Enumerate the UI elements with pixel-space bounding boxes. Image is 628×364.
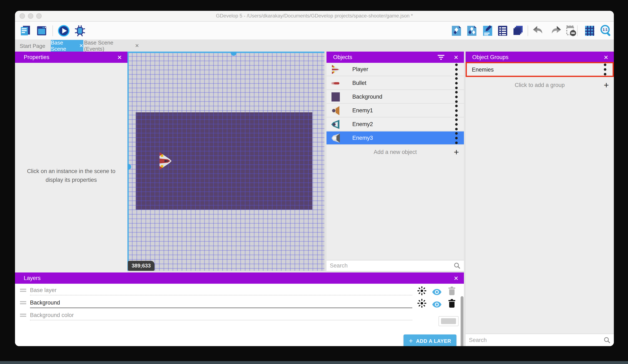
layer-effects-icon[interactable]	[417, 299, 426, 308]
layers-scrollbar[interactable]	[461, 296, 464, 346]
close-panel-icon[interactable]: ✕	[454, 54, 459, 60]
object-menu-icon[interactable]	[455, 90, 458, 103]
delete-layer-icon[interactable]	[447, 286, 457, 295]
add-object-row[interactable]: Add a new object +	[326, 145, 464, 159]
layer-row-base: Base layer	[15, 287, 464, 300]
layer-name-field[interactable]: Base layer	[30, 287, 412, 295]
player-object-icon	[330, 63, 341, 75]
close-panel-icon[interactable]: ✕	[604, 54, 608, 60]
tab-label: Start Page	[20, 43, 45, 49]
add-object-label: Add a new object	[326, 149, 464, 155]
layer-visibility-icon[interactable]	[432, 300, 441, 309]
plus-icon: +	[409, 337, 413, 345]
layer-row-background-color: Background color	[15, 312, 464, 324]
project-manager-icon[interactable]	[19, 25, 32, 37]
panel-title: Object Groups	[472, 54, 508, 60]
drag-handle-icon[interactable]	[20, 314, 26, 317]
object-row-enemy2[interactable]: Enemy2	[326, 118, 464, 131]
toggle-grid-icon[interactable]	[583, 25, 596, 37]
drag-handle-icon[interactable]	[20, 289, 26, 292]
object-groups-panel: Object Groups ✕ Enemies Click to add a g…	[466, 52, 614, 346]
add-group-row[interactable]: Click to add a group +	[466, 78, 614, 92]
cursor-coordinates-badge: 389;633	[128, 261, 155, 271]
add-object-icon[interactable]: +	[454, 147, 459, 156]
close-panel-icon[interactable]: ✕	[454, 275, 459, 281]
delete-layer-icon[interactable]	[447, 299, 457, 308]
layer-effects-icon[interactable]	[417, 286, 426, 295]
object-row-enemy1[interactable]: Enemy1	[326, 104, 464, 117]
object-menu-icon[interactable]	[455, 76, 458, 90]
groups-search	[466, 334, 614, 346]
close-tab-icon[interactable]: ✕	[135, 43, 139, 49]
close-panel-icon[interactable]: ✕	[117, 54, 122, 60]
background-color-label: Background color	[30, 312, 412, 320]
objects-search-input[interactable]	[326, 262, 454, 269]
background-object-icon	[330, 91, 341, 103]
object-row-player[interactable]: Player	[326, 63, 464, 76]
add-group-icon[interactable]: +	[604, 80, 609, 89]
objects-search	[326, 260, 464, 271]
object-menu-icon[interactable]	[455, 104, 458, 117]
toggle-window-mask-icon[interactable]	[565, 25, 577, 37]
selection-left-edge	[127, 52, 129, 271]
canvas-grid	[127, 52, 324, 271]
object-row-enemy3[interactable]: Enemy3	[326, 131, 464, 145]
close-tab-icon[interactable]: ✕	[79, 43, 83, 49]
search-icon	[454, 262, 461, 269]
toolbar-divider	[577, 25, 578, 36]
groups-search-input[interactable]	[466, 337, 603, 343]
undo-icon[interactable]	[531, 25, 544, 37]
object-label: Enemy3	[352, 135, 455, 141]
properties-panel-header: Properties ✕	[15, 52, 127, 63]
object-row-bullet[interactable]: Bullet	[326, 76, 464, 90]
group-row-enemies[interactable]: Enemies	[466, 62, 614, 77]
play-button-icon[interactable]	[58, 25, 70, 37]
add-layer-button[interactable]: + ADD A LAYER	[403, 334, 457, 346]
toolbar-divider	[528, 25, 528, 36]
bullet-object-icon	[330, 77, 341, 89]
object-label: Enemy1	[352, 107, 455, 114]
object-label: Bullet	[352, 80, 455, 86]
layers-panel-header: Layers ✕	[15, 272, 464, 284]
tab-base-scene-events[interactable]: Base Scene (Events) ✕	[84, 40, 139, 52]
background-color-swatch[interactable]	[439, 316, 459, 326]
objects-panel: Objects ✕ Player Bullet Background	[326, 52, 464, 271]
window-title: GDevelop 5 - /Users/dkarakay/Documents/G…	[15, 13, 614, 19]
layer-visibility-icon[interactable]	[432, 288, 441, 297]
scene-editor-icon[interactable]	[35, 25, 48, 37]
drag-handle-icon[interactable]	[20, 301, 26, 304]
enemy1-object-icon	[330, 105, 341, 116]
zoom-1-1-icon[interactable]: 1:1	[600, 25, 612, 37]
tab-base-scene[interactable]: Base Scene ✕	[51, 40, 83, 52]
toolbar-divider	[53, 25, 53, 36]
debug-icon[interactable]	[74, 25, 86, 37]
tab-start-page[interactable]: Start Page	[15, 40, 50, 52]
object-menu-icon[interactable]	[455, 62, 458, 76]
player-instance[interactable]	[158, 151, 172, 171]
scene-canvas[interactable]: 389;633	[127, 52, 324, 271]
object-groups-editor-icon[interactable]	[466, 25, 478, 37]
object-groups-panel-header: Object Groups ✕	[466, 52, 614, 63]
object-menu-icon[interactable]	[455, 118, 458, 131]
group-menu-icon[interactable]	[603, 63, 607, 76]
object-label: Enemy2	[352, 121, 455, 127]
tab-bar: Start Page Base Scene ✕ Base Scene (Even…	[15, 40, 614, 52]
instances-list-icon[interactable]	[496, 25, 509, 37]
panel-title: Layers	[24, 275, 41, 281]
layers-body: Base layer Background Background col	[15, 284, 464, 346]
selection-top-edge	[127, 52, 324, 53]
layer-row-background: Background	[15, 300, 464, 312]
redo-icon[interactable]	[550, 25, 563, 37]
screenshot-stage: GDevelop 5 - /Users/dkarakay/Documents/G…	[0, 0, 628, 364]
objects-editor-icon[interactable]	[450, 25, 463, 37]
layers-editor-icon[interactable]	[512, 25, 524, 37]
properties-editor-icon[interactable]	[481, 25, 494, 37]
object-label: Background	[352, 94, 455, 100]
layer-name-field[interactable]: Background	[30, 300, 412, 308]
object-menu-icon[interactable]	[455, 131, 458, 145]
filter-icon[interactable]	[438, 55, 445, 60]
search-icon	[603, 337, 611, 344]
object-label: Player	[352, 66, 455, 72]
object-row-background[interactable]: Background	[326, 90, 464, 104]
titlebar: GDevelop 5 - /Users/dkarakay/Documents/G…	[15, 11, 614, 22]
